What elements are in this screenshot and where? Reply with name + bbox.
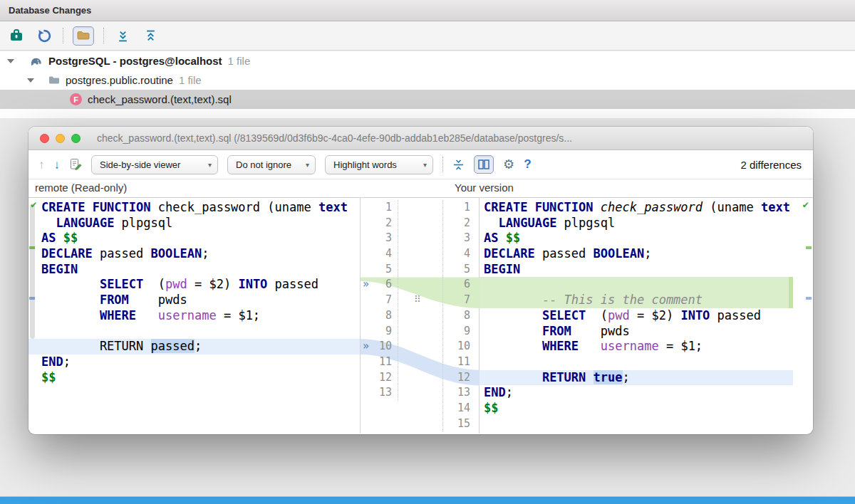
sync-scroll-toggle[interactable]	[474, 155, 494, 174]
changes-tree: PostgreSQL - postgres@localhost 1 file p…	[0, 51, 855, 118]
minimize-window-button[interactable]	[56, 134, 65, 143]
folder-group-icon	[77, 31, 90, 41]
window-controls	[40, 134, 81, 143]
right-editor-pane[interactable]: ✔ CREATE FUNCTION check_password (uname …	[480, 198, 813, 434]
close-window-button[interactable]	[40, 134, 49, 143]
tree-item-label: postgres.public.routine	[66, 74, 173, 86]
tree-item-meta: 1 file	[228, 55, 251, 67]
diff-dialog: check_password.(text,text).sql (/8139569…	[28, 127, 813, 434]
dialog-title: check_password.(text,text).sql (/8139569…	[97, 127, 803, 149]
right-line-numbers: 123456789101112131415	[442, 200, 480, 431]
left-editor-pane[interactable]: ✔ CREATE FUNCTION check_password (uname …	[28, 198, 361, 434]
viewer-mode-dropdown[interactable]: Side-by-side viewer ▾	[91, 155, 218, 174]
tree-item-file-selected[interactable]: F check_password.(text,text).sql	[0, 90, 855, 109]
whitespace-policy-value: Do not ignore	[236, 159, 291, 170]
tree-item-schema[interactable]: postgres.public.routine 1 file	[0, 70, 855, 90]
tree-item-label: PostgreSQL - postgres@localhost	[48, 55, 222, 67]
chevron-down-icon: ▾	[423, 161, 427, 169]
dialog-titlebar[interactable]: check_password.(text,text).sql (/8139569…	[28, 127, 813, 150]
edit-icon	[69, 158, 82, 171]
scrollmap-change-mark[interactable]	[806, 297, 812, 300]
scrollmap-insert-mark[interactable]	[806, 246, 812, 249]
rollback-icon	[37, 28, 52, 43]
window-titlebar: Database Changes	[0, 0, 855, 21]
whitespace-policy-dropdown[interactable]: Do not ignore ▾	[227, 155, 316, 174]
tree-item-connection[interactable]: PostgreSQL - postgres@localhost 1 file	[0, 51, 855, 70]
splitter-drag-handle-icon[interactable]: ⠿	[414, 294, 421, 305]
edit-file-button[interactable]	[69, 158, 82, 171]
previous-difference-button[interactable]: ↑	[38, 159, 45, 171]
screen: Database Changes	[0, 0, 855, 504]
apply-change-icon[interactable]: »	[363, 339, 369, 355]
diff-code-area: ✔ CREATE FUNCTION check_password (uname …	[28, 198, 813, 434]
sync-panes-icon	[478, 159, 489, 169]
diff-gutter: 12345»6789»10111213 12345678910111213141…	[361, 198, 480, 434]
commit-button[interactable]	[7, 26, 26, 45]
toolbar-separator	[442, 157, 443, 172]
apply-change-icon[interactable]: »	[363, 277, 369, 293]
chevron-expanded-icon[interactable]	[7, 59, 14, 63]
tree-item-meta: 1 file	[179, 74, 202, 86]
help-button[interactable]: ?	[524, 157, 531, 172]
window-title: Database Changes	[9, 5, 91, 16]
zoom-window-button[interactable]	[71, 134, 81, 143]
collapse-all-icon	[145, 30, 157, 42]
next-difference-button[interactable]: ↓	[54, 159, 61, 171]
collapse-unchanged-icon	[452, 159, 465, 171]
left-code[interactable]: CREATE FUNCTION check_password (uname te…	[28, 200, 360, 401]
function-file-icon: F	[70, 93, 82, 105]
bottom-strip	[0, 496, 855, 504]
settings-gear-button[interactable]: ⚙	[503, 158, 514, 171]
toolbar-separator	[103, 28, 104, 43]
left-pane-title: remote (Read-only)	[35, 182, 127, 194]
expand-all-button[interactable]	[113, 26, 132, 45]
changes-applied-check-icon: ✔	[803, 199, 809, 210]
diff-toolbar: ↑ ↓ Side-by-side viewer ▾ Do not ignore …	[28, 150, 813, 179]
commit-icon	[9, 28, 24, 43]
right-pane-title: Your version	[455, 182, 514, 194]
highlight-mode-dropdown[interactable]: Highlight words ▾	[325, 155, 433, 174]
collapse-all-button[interactable]	[141, 26, 160, 45]
rollback-button[interactable]	[35, 26, 53, 45]
left-line-numbers: 12345»6789»10111213	[361, 200, 398, 401]
toolbar-separator	[63, 28, 63, 43]
changes-applied-check-icon: ✔	[31, 199, 36, 210]
chevron-down-icon: ▾	[208, 161, 212, 169]
postgresql-icon	[30, 56, 43, 67]
main-toolbar	[0, 21, 855, 51]
chevron-down-icon: ▾	[306, 161, 309, 169]
right-code[interactable]: CREATE FUNCTION check_password (uname te…	[480, 200, 813, 431]
collapse-unchanged-button[interactable]	[452, 159, 465, 171]
viewer-mode-value: Side-by-side viewer	[100, 159, 180, 170]
expand-all-icon	[117, 30, 129, 42]
highlight-mode-value: Highlight words	[333, 159, 397, 170]
chevron-expanded-icon[interactable]	[27, 78, 34, 83]
folder-icon	[48, 75, 60, 85]
left-scrollbar-thumb[interactable]	[30, 204, 35, 339]
diff-pane-headers: remote (Read-only) Your version	[28, 179, 813, 198]
tree-item-label: check_password.(text,text).sql	[88, 93, 232, 105]
group-by-directory-toggle[interactable]	[73, 26, 94, 46]
differences-count: 2 differences	[740, 159, 803, 171]
